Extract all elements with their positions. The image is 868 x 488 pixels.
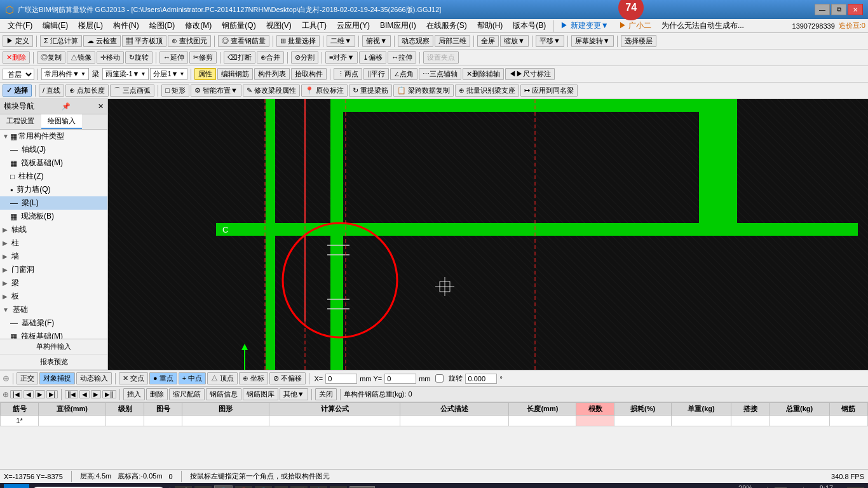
tree-opening[interactable]: ▶门窗洞 bbox=[0, 263, 107, 276]
btn-view-plan[interactable]: 俯视▼ bbox=[362, 35, 391, 47]
btn-level-top[interactable]: ▦ 平齐板顶 bbox=[122, 35, 166, 47]
taskbar-app-link[interactable]: 链接 bbox=[349, 486, 375, 489]
btn-delete[interactable]: ✕删除 bbox=[3, 51, 30, 64]
btn-single-part-input[interactable]: 单构件输入 bbox=[0, 339, 107, 355]
btn-view-rebar[interactable]: ◎ 查看钢筋量 bbox=[218, 35, 269, 47]
btn-local-3d[interactable]: 局部三维 bbox=[435, 35, 470, 47]
tree-axis[interactable]: —轴线(J) bbox=[0, 143, 107, 156]
tree-shear-wall[interactable]: ▪剪力墙(Q) bbox=[0, 183, 107, 196]
menu-bim[interactable]: BIM应用(I) bbox=[375, 19, 421, 32]
y-input[interactable] bbox=[384, 374, 416, 384]
menu-cloud[interactable]: 云应用(Y) bbox=[332, 19, 375, 32]
layer-dropdown[interactable]: 分层1▼ bbox=[150, 68, 187, 80]
close-button[interactable]: ✕ bbox=[848, 4, 863, 15]
tree-beam-group[interactable]: ▶梁 bbox=[0, 276, 107, 290]
btn-pan[interactable]: 平移▼ bbox=[536, 35, 564, 47]
tree-beam[interactable]: —梁(L) bbox=[0, 196, 107, 210]
btn-nav-last[interactable]: ▶| bbox=[46, 390, 58, 398]
btn-rebar-insert[interactable]: 插入 bbox=[123, 388, 145, 400]
btn-copy[interactable]: ◎复制 bbox=[37, 51, 65, 64]
btn-fullscreen[interactable]: 全屏 bbox=[477, 35, 499, 47]
btn-close-rebar[interactable]: 关闭 bbox=[315, 388, 337, 400]
sidebar-close[interactable]: ✕ bbox=[98, 102, 104, 111]
btn-batch-select[interactable]: ⊞ 批量选择 bbox=[276, 35, 320, 47]
sidebar-pin[interactable]: 📌 bbox=[62, 102, 71, 111]
tree-found-beam[interactable]: —基础梁(F) bbox=[0, 316, 107, 330]
btn-modify-segment[interactable]: ✎ 修改梁段属性 bbox=[243, 85, 300, 97]
btn-rebar-nav-last2[interactable]: ▶|| bbox=[102, 390, 116, 398]
btn-copy-span[interactable]: 📋 梁跨数据复制 bbox=[393, 85, 454, 97]
btn-set-pin[interactable]: 设置夹点 bbox=[423, 51, 459, 64]
btn-original-mark[interactable]: 📍 原位标注 bbox=[301, 85, 348, 97]
menu-view[interactable]: 视图(V) bbox=[261, 19, 297, 32]
menu-file[interactable]: 文件(F) bbox=[3, 19, 37, 32]
btn-object-snap[interactable]: 对象捕捉 bbox=[39, 372, 75, 384]
btn-select-tool[interactable]: ✓ 选择 bbox=[3, 85, 32, 97]
tree-axis-group[interactable]: ▶轴线 bbox=[0, 223, 107, 236]
btn-snap-intersect[interactable]: ✕ 交点 bbox=[119, 372, 148, 384]
menu-help[interactable]: 帮助(H) bbox=[472, 19, 508, 32]
tree-raft-found[interactable]: ▦筏板基础(M) bbox=[0, 156, 107, 170]
btn-no-offset[interactable]: ⊘ 不偏移 bbox=[269, 372, 306, 384]
window-controls[interactable]: — ⧉ ✕ bbox=[815, 4, 863, 15]
btn-stretch[interactable]: ↔拉伸 bbox=[388, 51, 416, 64]
canvas-area[interactable]: C bbox=[108, 99, 868, 370]
btn-rebar-delete[interactable]: 删除 bbox=[146, 388, 168, 400]
btn-dim[interactable]: ◀▶尺寸标注 bbox=[505, 68, 555, 80]
menu-modify[interactable]: 修改(M) bbox=[180, 19, 217, 32]
btn-rebar-nav-next2[interactable]: ▶ bbox=[91, 390, 101, 398]
btn-snap-midpoint[interactable]: ● 重点 bbox=[149, 372, 177, 384]
btn-two-point[interactable]: ⋮两点 bbox=[334, 68, 362, 80]
btn-trim[interactable]: ✂修剪 bbox=[189, 51, 217, 64]
btn-dynamic-input[interactable]: 动态输入 bbox=[76, 372, 112, 384]
btn-batch-id-support[interactable]: ⊕ 批量识别梁支座 bbox=[455, 85, 519, 97]
btn-split[interactable]: ⊘分割 bbox=[291, 51, 318, 64]
btn-dynamic-view[interactable]: 动态观察 bbox=[398, 35, 433, 47]
btn-nav-prev[interactable]: ◀ bbox=[24, 390, 34, 398]
btn-orthogonal[interactable]: 正交 bbox=[17, 372, 38, 384]
btn-snap-vertex[interactable]: △ 顶点 bbox=[207, 372, 238, 384]
btn-mirror[interactable]: △镜像 bbox=[67, 51, 95, 64]
tree-foundation[interactable]: ▼基础 bbox=[0, 303, 107, 316]
btn-report-preview[interactable]: 报表预览 bbox=[0, 355, 107, 370]
btn-rect[interactable]: □ 矩形 bbox=[161, 85, 189, 97]
btn-rotate[interactable]: ↻旋转 bbox=[125, 51, 153, 64]
tree-cast-plate[interactable]: ▦现浇板(B) bbox=[0, 210, 107, 223]
btn-del-aux[interactable]: ✕删除辅轴 bbox=[463, 68, 504, 80]
btn-pick-part[interactable]: 拾取构件 bbox=[291, 68, 327, 80]
btn-align[interactable]: ≡对齐▼ bbox=[325, 51, 358, 64]
btn-nav-next[interactable]: ▶ bbox=[35, 390, 45, 398]
menu-draw[interactable]: 绘图(D) bbox=[144, 19, 180, 32]
tab-drawing-input[interactable]: 绘图输入 bbox=[41, 114, 82, 129]
btn-rebar-info[interactable]: 钢筋信息 bbox=[206, 388, 241, 400]
tree-wall-group[interactable]: ▶墙 bbox=[0, 250, 107, 263]
btn-2d[interactable]: 二维▼ bbox=[327, 35, 355, 47]
rebar-row-1[interactable]: 1* bbox=[1, 416, 868, 426]
taskbar-app-ie1[interactable]: 🌐 bbox=[214, 485, 233, 488]
btn-part-list[interactable]: 构件列表 bbox=[254, 68, 290, 80]
cell-count[interactable] bbox=[576, 416, 614, 426]
menu-rebar[interactable]: 钢筋量(Q) bbox=[217, 19, 261, 32]
restore-button[interactable]: ⧉ bbox=[831, 4, 846, 15]
btn-sum[interactable]: Σ 汇总计算 bbox=[40, 35, 82, 47]
tab-project-settings[interactable]: 工程设置 bbox=[0, 114, 41, 129]
btn-extend[interactable]: ↔延伸 bbox=[159, 51, 188, 64]
btn-arc[interactable]: ⌒ 三点画弧 bbox=[110, 85, 154, 97]
tree-plate-group[interactable]: ▶板 bbox=[0, 290, 107, 303]
btn-point-length[interactable]: ⊕ 点加长度 bbox=[65, 85, 109, 97]
tree-raft[interactable]: ▦筏板基础(M) bbox=[0, 330, 107, 339]
btn-rebar-nav-first2[interactable]: ||◀ bbox=[65, 390, 78, 398]
rain-shed-dropdown[interactable]: 雨篷梁-1▼ bbox=[102, 68, 149, 80]
btn-rebar-library[interactable]: 钢筋图库 bbox=[243, 388, 278, 400]
tree-common-parts[interactable]: ▼ ▦ 常用构件类型 bbox=[0, 130, 107, 143]
minimize-button[interactable]: — bbox=[815, 4, 830, 15]
x-input[interactable] bbox=[325, 374, 357, 384]
menu-gxs[interactable]: ▶ 广小二 bbox=[614, 19, 656, 32]
btn-line[interactable]: / 直线 bbox=[39, 85, 64, 97]
btn-smart-place[interactable]: ⚙ 智能布置▼ bbox=[191, 85, 241, 97]
btn-other[interactable]: 其他▼ bbox=[280, 388, 308, 400]
btn-find-elem[interactable]: ⊕ 查找图元 bbox=[168, 35, 211, 47]
btn-three-point-aux[interactable]: ⋯三点辅轴 bbox=[419, 68, 461, 80]
btn-snap-center[interactable]: + 中点 bbox=[179, 372, 206, 384]
btn-point-angle[interactable]: ∠点角 bbox=[390, 68, 417, 80]
